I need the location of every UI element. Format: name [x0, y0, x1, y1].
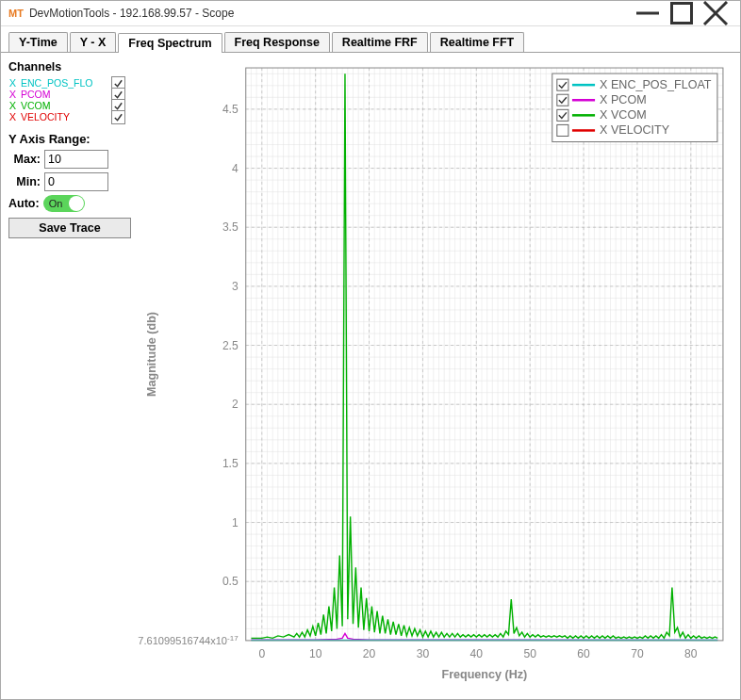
window-title: DevMotionTools - 192.168.99.57 - Scope	[29, 7, 631, 20]
svg-text:70: 70	[631, 647, 644, 660]
svg-text:4.5: 4.5	[222, 103, 239, 116]
window-maximize-button[interactable]	[665, 1, 699, 25]
chart-area: 010203040506070800.511.522.533.544.57.61…	[137, 60, 733, 700]
svg-rect-180	[246, 68, 723, 641]
svg-text:80: 80	[684, 647, 698, 660]
svg-text:3.5: 3.5	[222, 220, 239, 234]
legend-checkbox[interactable]	[557, 109, 568, 121]
svg-text:7.61099516744x10-17: 7.61099516744x10-17	[138, 633, 239, 646]
tabstrip: Y-TimeY - XFreq SpectrumFreq ResponseRea…	[1, 26, 740, 53]
sidebar: Channels XENC_POS_FLOXPCOMXVCOMXVELOCITY…	[8, 60, 131, 700]
svg-text:0: 0	[258, 647, 265, 660]
max-label: Max:	[8, 153, 41, 166]
svg-text:1: 1	[232, 516, 239, 529]
tab-realtime-fft[interactable]: Realtime FFT	[430, 32, 525, 52]
legend-checkbox[interactable]	[557, 79, 568, 90]
svg-text:20: 20	[363, 647, 376, 660]
channel-axis: X	[8, 77, 17, 89]
svg-text:1.5: 1.5	[222, 457, 239, 470]
legend-checkbox[interactable]	[557, 94, 568, 106]
tab-freq-spectrum[interactable]: Freq Spectrum	[118, 33, 222, 53]
auto-toggle[interactable]: On	[43, 195, 85, 212]
legend-label: X ENC_POS_FLOAT	[600, 78, 712, 91]
app-logo: MT	[8, 8, 24, 19]
svg-text:30: 30	[417, 647, 430, 660]
channel-row-velocity: XVELOCITY	[8, 111, 131, 122]
min-label: Min:	[8, 175, 41, 188]
svg-rect-1	[672, 4, 692, 24]
legend-checkbox[interactable]	[557, 124, 568, 136]
tab-y-x[interactable]: Y - X	[70, 32, 117, 52]
tab-freq-response[interactable]: Freq Response	[224, 32, 330, 52]
svg-text:40: 40	[470, 647, 484, 660]
svg-text:Frequency (Hz): Frequency (Hz)	[441, 668, 527, 681]
svg-text:50: 50	[523, 647, 536, 660]
window-minimize-button[interactable]	[631, 1, 665, 25]
main-area: Channels XENC_POS_FLOXPCOMXVCOMXVELOCITY…	[1, 53, 740, 700]
channel-axis: X	[8, 89, 17, 100]
auto-label: Auto:	[8, 197, 40, 210]
window-titlebar: MT DevMotionTools - 192.168.99.57 - Scop…	[1, 1, 740, 26]
channel-axis: X	[8, 100, 17, 111]
tab-y-time[interactable]: Y-Time	[8, 32, 68, 52]
svg-text:4: 4	[232, 162, 239, 175]
window-close-button[interactable]	[699, 1, 733, 25]
max-input[interactable]	[44, 150, 108, 169]
legend-label: X VELOCITY	[600, 123, 670, 137]
channels-title: Channels	[8, 60, 131, 73]
svg-text:10: 10	[309, 647, 322, 660]
min-input[interactable]	[44, 172, 108, 191]
tab-realtime-frf[interactable]: Realtime FRF	[332, 32, 428, 52]
channel-axis: X	[8, 111, 17, 122]
yrange-title: Y Axis Range:	[8, 132, 131, 146]
channel-checkbox[interactable]	[111, 110, 125, 124]
legend-label: X VCOM	[600, 108, 647, 122]
legend-label: X PCOM	[600, 93, 647, 106]
svg-text:0.5: 0.5	[222, 575, 239, 588]
svg-text:Magnitude (db): Magnitude (db)	[145, 312, 158, 397]
freq-spectrum-chart: 010203040506070800.511.522.533.544.57.61…	[137, 60, 733, 700]
svg-text:60: 60	[577, 647, 590, 660]
svg-text:3: 3	[232, 280, 239, 293]
svg-text:2.5: 2.5	[222, 339, 239, 352]
save-trace-button[interactable]: Save Trace	[8, 218, 131, 238]
svg-text:2: 2	[232, 398, 239, 411]
